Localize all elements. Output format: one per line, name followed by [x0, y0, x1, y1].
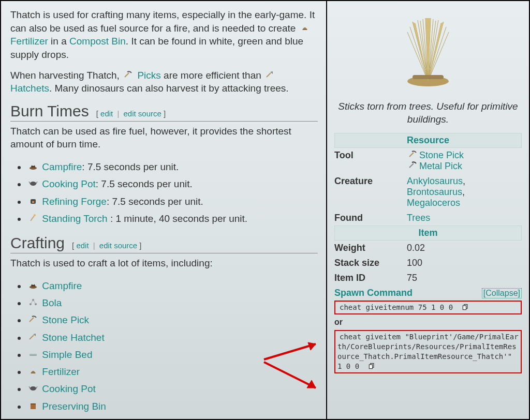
link-campfire[interactable]: Campfire	[42, 161, 82, 172]
fertilizer-icon	[300, 24, 310, 33]
or-label: or	[334, 318, 522, 327]
collapse-button[interactable]: [Collapse]	[482, 288, 522, 298]
craft-desc: Thatch is used to craft a lot of items, …	[10, 257, 318, 270]
spawn-cmd-1[interactable]: cheat giveitemnum 75 1 0 0	[337, 302, 455, 312]
list-item: Refining Forge: 7.5 seconds per unit.	[27, 193, 318, 210]
spawn-cmd-2-box: cheat giveitem "Blueprint'/Game/PrimalEa…	[334, 330, 522, 373]
article-body: Thatch is used for crafting many items, …	[1, 1, 327, 419]
list-item: Cooking Pot	[27, 380, 318, 397]
thatch-image	[381, 6, 475, 94]
list-item: Stone Hatchet	[27, 329, 318, 346]
cookingpot-icon	[28, 385, 38, 393]
heading-crafting: Crafting [ edit | edit source ]	[10, 234, 318, 253]
burn-list: Campfire: 7.5 seconds per unit. Cooking …	[10, 158, 318, 227]
svg-rect-16	[413, 75, 444, 79]
metal-pick-icon	[408, 162, 418, 170]
list-item: Simple Bed	[27, 346, 318, 363]
link-stone-pick[interactable]: Stone Pick	[42, 314, 89, 325]
list-item: Fertilizer	[27, 363, 318, 380]
burn-desc: Thatch can be used as fire fuel, however…	[10, 125, 318, 151]
link-brontosaurus[interactable]: Brontosaurus	[407, 187, 462, 197]
edit-link[interactable]: edit	[76, 241, 89, 250]
link-megaloceros[interactable]: Megaloceros	[407, 198, 460, 208]
list-item: Stone Pick	[27, 311, 318, 328]
link-cooking-pot[interactable]: Cooking Pot	[42, 383, 96, 394]
intro-p2: When harvesting Thatch, Picks are more e…	[10, 69, 318, 95]
flavor-text: Sticks torn from trees. Useful for primi…	[334, 100, 522, 126]
link-campfire[interactable]: Campfire	[42, 280, 82, 291]
link-standing-torch[interactable]: Standing Torch	[42, 213, 107, 224]
infobox-section-resource: Resource	[334, 133, 522, 148]
infobox: Sticks torn from trees. Useful for primi…	[327, 1, 529, 419]
section-edit-craft: [ edit | edit source ]	[72, 241, 142, 250]
craft-list: Campfire Bola Stone Pick Stone Hatchet S…	[10, 277, 318, 415]
link-simple-bed[interactable]: Simple Bed	[42, 349, 92, 360]
list-item: Preserving Bin	[27, 398, 318, 415]
copy-icon[interactable]	[462, 304, 469, 311]
campfire-icon	[28, 282, 38, 290]
link-ankylosaurus[interactable]: Ankylosaurus	[407, 176, 463, 186]
value-item-id: 75	[407, 271, 522, 286]
fertilizer-icon	[28, 368, 38, 376]
link-fertilizer[interactable]: Fertilizer	[10, 36, 48, 47]
forge-icon	[28, 198, 38, 206]
label-stack: Stack size	[334, 256, 407, 271]
link-compost-bin[interactable]: Compost Bin	[69, 36, 126, 47]
link-preserving-bin[interactable]: Preserving Bin	[42, 401, 106, 412]
link-metal-pick[interactable]: Metal Pick	[419, 161, 462, 171]
link-fertilizer[interactable]: Fertilizer	[42, 366, 80, 377]
hatchet-icon	[28, 334, 38, 342]
link-hatchets[interactable]: Hatchets	[10, 83, 49, 94]
stone-pick-icon	[408, 151, 418, 159]
section-edit-burn: [ edit | edit source ]	[96, 109, 166, 118]
list-item: Standing Torch : 1 minute, 40 seconds pe…	[27, 210, 318, 227]
label-found: Found	[334, 211, 407, 226]
list-item: Bola	[27, 294, 318, 311]
label-weight: Weight	[334, 241, 407, 256]
bed-icon	[28, 351, 38, 359]
link-refining-forge[interactable]: Refining Forge	[42, 196, 107, 207]
list-item: Cooking Pot: 7.5 seconds per unit.	[27, 175, 318, 192]
copy-icon[interactable]	[368, 363, 375, 370]
bin-icon	[28, 402, 38, 411]
link-trees[interactable]: Trees	[407, 213, 430, 223]
edit-link[interactable]: edit	[100, 109, 113, 118]
link-bola[interactable]: Bola	[42, 297, 62, 308]
link-cooking-pot[interactable]: Cooking Pot	[42, 178, 96, 189]
cookingpot-icon	[28, 180, 38, 188]
label-creature: Creature	[334, 174, 407, 211]
heading-burn-times: Burn Times [ edit | edit source ]	[10, 102, 318, 122]
intro-p1: Thatch is used for crafting many items, …	[10, 8, 318, 62]
link-picks[interactable]: Picks	[137, 70, 160, 81]
label-item-id: Item ID	[334, 271, 407, 286]
spawn-cmd-1-box: cheat giveitemnum 75 1 0 0	[334, 301, 522, 314]
label-tool: Tool	[334, 148, 407, 174]
torch-icon	[28, 215, 38, 223]
hatchet-icon	[265, 71, 275, 80]
edit-source-link[interactable]: edit source	[124, 109, 161, 118]
value-weight: 0.02	[407, 241, 522, 256]
label-spawn-command: Spawn Command	[334, 288, 413, 298]
edit-source-link[interactable]: edit source	[99, 241, 137, 250]
link-stone-hatchet[interactable]: Stone Hatchet	[42, 332, 104, 343]
list-item: Campfire	[27, 277, 318, 294]
link-stone-pick[interactable]: Stone Pick	[419, 150, 464, 160]
spawn-cmd-2[interactable]: cheat giveitem "Blueprint'/Game/PrimalEa…	[337, 332, 519, 371]
pick-icon	[123, 71, 134, 80]
pick-icon	[28, 316, 38, 324]
value-stack: 100	[407, 256, 522, 271]
bola-icon	[28, 299, 38, 307]
campfire-icon	[28, 163, 38, 171]
infobox-section-item: Item	[334, 226, 522, 241]
list-item: Campfire: 7.5 seconds per unit.	[27, 158, 318, 175]
